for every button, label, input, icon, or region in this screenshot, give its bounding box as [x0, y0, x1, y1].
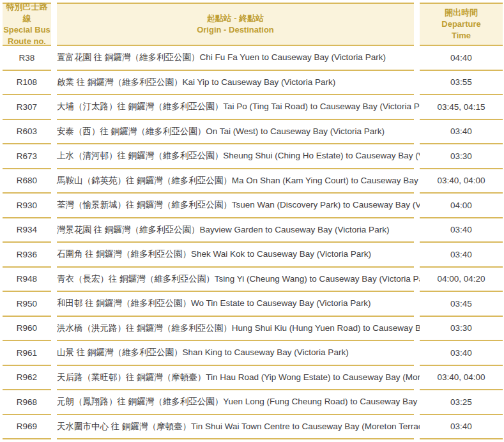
departure-time: 03:40, 04:00 [420, 169, 503, 194]
departure-time: 03:55 [420, 71, 503, 96]
departure-time: 03:40 [420, 243, 503, 268]
header-origin-destination: 起點站 - 終點站 Origin - Destination [57, 3, 414, 46]
departure-time: 03:40 [420, 120, 503, 145]
departure-time: 03:40 [420, 415, 503, 440]
route-no: R603 [3, 120, 51, 145]
destination: 啟業 往 銅鑼灣（維多利亞公園）Kai Yip to Causeway Bay … [57, 71, 414, 96]
departure-time: 04:40 [420, 46, 503, 71]
route-no: R969 [3, 415, 51, 440]
route-no: R950 [3, 292, 51, 317]
destination: 和田邨 往 銅鑼灣（維多利亞公園）Wo Tin Estate to Causew… [57, 292, 414, 317]
route-no: R968 [3, 390, 51, 415]
departure-time: 03:40 [420, 341, 503, 366]
route-no: R962 [3, 366, 51, 391]
destination: 荃灣（愉景新城）往 銅鑼灣（維多利亞公園）Tsuen Wan (Discover… [57, 194, 414, 218]
departure-time: 03:45 [420, 292, 503, 317]
departure-time: 03:25 [420, 390, 503, 415]
destination: 天水圍市中心 往 銅鑼灣（摩頓臺）Tin Shui Wai Town Centr… [57, 415, 414, 440]
header-route-no-label: 特別巴士路線 Special Bus Route no. [3, 1, 51, 47]
departure-time: 04:00, 04:20 [420, 268, 503, 293]
route-no: R673 [3, 144, 51, 169]
header-route-no: 特別巴士路線 Special Bus Route no. [3, 3, 51, 46]
route-no: R961 [3, 341, 51, 366]
route-no: R934 [3, 218, 51, 243]
header-departure-time: 開出時間 Departure Time [420, 3, 503, 46]
route-no: R960 [3, 317, 51, 342]
departure-time: 03:45, 04:15 [420, 95, 503, 120]
destination: 石圍角 往 銅鑼灣（維多利亞公園）Shek Wai Kok to Causewa… [57, 243, 414, 268]
route-no: R108 [3, 71, 51, 96]
destination: 青衣（長宏）往 銅鑼灣（維多利亞公園）Tsing Yi (Cheung Wang… [57, 268, 414, 293]
departure-time: 03:30 [420, 317, 503, 342]
destination: 置富花園 往 銅鑼灣（維多利亞公園）Chi Fu Fa Yuen to Caus… [57, 46, 414, 71]
route-no: R38 [3, 46, 51, 71]
route-no: R936 [3, 243, 51, 268]
route-no: R930 [3, 194, 51, 218]
special-bus-route-table: 特別巴士路線 Special Bus Route no. 起點站 - 終點站 O… [0, 0, 504, 439]
destination: 大埔（汀太路）往 銅鑼灣（維多利亞公園）Tai Po (Ting Tai Roa… [57, 95, 414, 120]
destination: 灣景花園 往 銅鑼灣（維多利亞公園）Bayview Garden to Caus… [57, 218, 414, 243]
destination: 天后路（業旺邨）往 銅鑼灣（摩頓臺）Tin Hau Road (Yip Wong… [57, 366, 414, 391]
departure-time: 03:40, 04:00 [420, 366, 503, 391]
route-no: R948 [3, 268, 51, 293]
destination: 元朗（鳳翔路）往 銅鑼灣（維多利亞公園）Yuen Long (Fung Cheu… [57, 390, 414, 415]
route-no: R680 [3, 169, 51, 194]
header-departure-time-label: 開出時間 Departure Time [441, 7, 480, 42]
destination: 安泰（西）往 銅鑼灣（維多利亞公園）On Tai (West) to Cause… [57, 120, 414, 145]
destination: 馬鞍山（錦英苑）往 銅鑼灣（維多利亞公園）Ma On Shan (Kam Yin… [57, 169, 414, 194]
destination: 上水（清河邨）往 銅鑼灣（維多利亞公園）Sheung Shui (Ching H… [57, 144, 414, 169]
destination: 山景 往 銅鑼灣（維多利亞公園）Shan King to Causeway Ba… [57, 341, 414, 366]
departure-time: 03:30 [420, 144, 503, 169]
header-origin-destination-label: 起點站 - 終點站 Origin - Destination [197, 13, 274, 36]
departure-time: 04:00 [420, 194, 503, 218]
destination: 洪水橋（洪元路）往 銅鑼灣（維多利亞公園）Hung Shui Kiu (Hung… [57, 317, 414, 342]
route-no: R307 [3, 95, 51, 120]
departure-time: 03:40 [420, 218, 503, 243]
